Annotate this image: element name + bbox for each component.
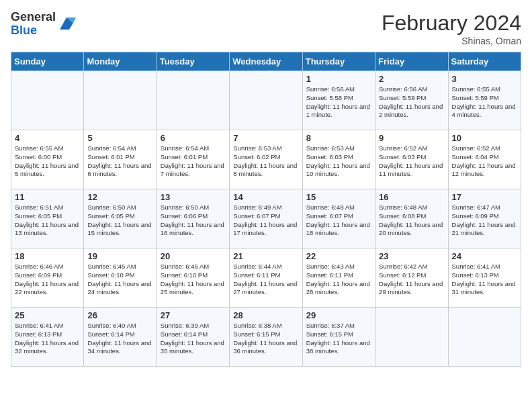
header-tuesday: Tuesday — [157, 52, 229, 71]
day-info: Sunrise: 6:56 AM Sunset: 5:58 PM Dayligh… — [306, 85, 371, 120]
header-saturday: Saturday — [448, 52, 521, 71]
week-row-4: 25Sunrise: 6:41 AM Sunset: 6:13 PM Dayli… — [11, 308, 521, 367]
day-info: Sunrise: 6:50 AM Sunset: 6:06 PM Dayligh… — [161, 203, 226, 238]
day-info: Sunrise: 6:53 AM Sunset: 6:02 PM Dayligh… — [233, 144, 298, 179]
day-info: Sunrise: 6:52 AM Sunset: 6:03 PM Dayligh… — [379, 144, 444, 179]
day-number: 14 — [233, 192, 298, 202]
day-cell: 7Sunrise: 6:53 AM Sunset: 6:02 PM Daylig… — [230, 130, 302, 189]
day-info: Sunrise: 6:54 AM Sunset: 6:01 PM Dayligh… — [161, 144, 226, 179]
header-wednesday: Wednesday — [230, 52, 302, 71]
day-cell: 24Sunrise: 6:41 AM Sunset: 6:13 PM Dayli… — [448, 248, 521, 308]
day-cell — [157, 71, 229, 130]
day-number: 20 — [161, 251, 226, 261]
day-info: Sunrise: 6:38 AM Sunset: 6:15 PM Dayligh… — [233, 322, 298, 356]
day-cell: 18Sunrise: 6:46 AM Sunset: 6:09 PM Dayli… — [11, 248, 84, 308]
day-cell: 26Sunrise: 6:40 AM Sunset: 6:14 PM Dayli… — [84, 308, 157, 367]
day-cell: 6Sunrise: 6:54 AM Sunset: 6:01 PM Daylig… — [157, 130, 229, 189]
day-info: Sunrise: 6:48 AM Sunset: 6:08 PM Dayligh… — [379, 203, 444, 238]
day-number: 6 — [161, 133, 226, 143]
calendar-subtitle: Shinas, Oman — [382, 36, 521, 46]
day-info: Sunrise: 6:51 AM Sunset: 6:05 PM Dayligh… — [15, 203, 80, 238]
day-cell: 11Sunrise: 6:51 AM Sunset: 6:05 PM Dayli… — [11, 189, 84, 248]
day-cell: 25Sunrise: 6:41 AM Sunset: 6:13 PM Dayli… — [11, 308, 84, 367]
day-cell: 1Sunrise: 6:56 AM Sunset: 5:58 PM Daylig… — [302, 71, 375, 130]
day-cell — [11, 71, 84, 130]
day-cell: 27Sunrise: 6:39 AM Sunset: 6:14 PM Dayli… — [157, 308, 229, 367]
day-info: Sunrise: 6:40 AM Sunset: 6:14 PM Dayligh… — [87, 322, 152, 356]
title-block: February 2024 Shinas, Oman — [382, 11, 521, 46]
day-number: 12 — [87, 192, 152, 202]
day-cell — [375, 308, 448, 367]
day-cell: 14Sunrise: 6:49 AM Sunset: 6:07 PM Dayli… — [230, 189, 302, 248]
day-number: 28 — [233, 310, 298, 320]
day-cell: 4Sunrise: 6:55 AM Sunset: 6:00 PM Daylig… — [11, 130, 84, 189]
day-number: 27 — [161, 310, 226, 320]
day-number: 10 — [452, 133, 517, 143]
week-row-2: 11Sunrise: 6:51 AM Sunset: 6:05 PM Dayli… — [11, 189, 521, 248]
day-number: 9 — [379, 133, 444, 143]
header-monday: Monday — [84, 52, 157, 71]
day-number: 3 — [452, 74, 517, 84]
day-number: 25 — [15, 310, 80, 320]
logo-icon — [57, 15, 76, 34]
day-info: Sunrise: 6:55 AM Sunset: 5:59 PM Dayligh… — [452, 85, 517, 120]
day-number: 15 — [306, 192, 371, 202]
day-cell: 20Sunrise: 6:45 AM Sunset: 6:10 PM Dayli… — [157, 248, 229, 308]
day-info: Sunrise: 6:42 AM Sunset: 6:12 PM Dayligh… — [379, 263, 444, 297]
day-cell — [448, 308, 521, 367]
day-cell: 15Sunrise: 6:48 AM Sunset: 6:07 PM Dayli… — [302, 189, 375, 248]
day-info: Sunrise: 6:49 AM Sunset: 6:07 PM Dayligh… — [233, 203, 298, 238]
day-cell: 19Sunrise: 6:45 AM Sunset: 6:10 PM Dayli… — [84, 248, 157, 308]
day-cell: 23Sunrise: 6:42 AM Sunset: 6:12 PM Dayli… — [375, 248, 448, 308]
day-info: Sunrise: 6:55 AM Sunset: 6:00 PM Dayligh… — [15, 144, 80, 179]
day-number: 11 — [15, 192, 80, 202]
week-row-0: 1Sunrise: 6:56 AM Sunset: 5:58 PM Daylig… — [11, 71, 521, 130]
header-row: SundayMondayTuesdayWednesdayThursdayFrid… — [11, 52, 521, 71]
day-number: 18 — [15, 251, 80, 261]
day-cell: 8Sunrise: 6:53 AM Sunset: 6:03 PM Daylig… — [302, 130, 375, 189]
day-number: 16 — [379, 192, 444, 202]
day-info: Sunrise: 6:54 AM Sunset: 6:01 PM Dayligh… — [87, 144, 152, 179]
day-cell: 13Sunrise: 6:50 AM Sunset: 6:06 PM Dayli… — [157, 189, 229, 248]
day-info: Sunrise: 6:37 AM Sunset: 6:15 PM Dayligh… — [306, 322, 371, 356]
day-cell: 12Sunrise: 6:50 AM Sunset: 6:05 PM Dayli… — [84, 189, 157, 248]
day-info: Sunrise: 6:46 AM Sunset: 6:09 PM Dayligh… — [15, 263, 80, 297]
header-thursday: Thursday — [302, 52, 375, 71]
header-sunday: Sunday — [11, 52, 84, 71]
day-info: Sunrise: 6:53 AM Sunset: 6:03 PM Dayligh… — [306, 144, 371, 179]
day-info: Sunrise: 6:52 AM Sunset: 6:04 PM Dayligh… — [452, 144, 517, 179]
day-cell: 5Sunrise: 6:54 AM Sunset: 6:01 PM Daylig… — [84, 130, 157, 189]
day-number: 13 — [161, 192, 226, 202]
day-cell: 21Sunrise: 6:44 AM Sunset: 6:11 PM Dayli… — [230, 248, 302, 308]
day-cell — [230, 71, 302, 130]
day-number: 22 — [306, 251, 371, 261]
day-cell: 10Sunrise: 6:52 AM Sunset: 6:04 PM Dayli… — [448, 130, 521, 189]
day-number: 1 — [306, 74, 371, 84]
day-info: Sunrise: 6:43 AM Sunset: 6:11 PM Dayligh… — [306, 263, 371, 297]
day-info: Sunrise: 6:47 AM Sunset: 6:09 PM Dayligh… — [452, 203, 517, 238]
day-number: 4 — [15, 133, 80, 143]
day-info: Sunrise: 6:45 AM Sunset: 6:10 PM Dayligh… — [161, 263, 226, 297]
week-row-1: 4Sunrise: 6:55 AM Sunset: 6:00 PM Daylig… — [11, 130, 521, 189]
day-number: 26 — [87, 310, 152, 320]
calendar-title: February 2024 — [382, 11, 521, 36]
day-info: Sunrise: 6:39 AM Sunset: 6:14 PM Dayligh… — [161, 322, 226, 356]
day-cell: 16Sunrise: 6:48 AM Sunset: 6:08 PM Dayli… — [375, 189, 448, 248]
day-cell: 17Sunrise: 6:47 AM Sunset: 6:09 PM Dayli… — [448, 189, 521, 248]
page-header: General Blue February 2024 Shinas, Oman — [11, 11, 521, 46]
day-number: 24 — [452, 251, 517, 261]
day-cell: 22Sunrise: 6:43 AM Sunset: 6:11 PM Dayli… — [302, 248, 375, 308]
day-info: Sunrise: 6:56 AM Sunset: 5:59 PM Dayligh… — [379, 85, 444, 120]
day-info: Sunrise: 6:45 AM Sunset: 6:10 PM Dayligh… — [87, 263, 152, 297]
day-info: Sunrise: 6:44 AM Sunset: 6:11 PM Dayligh… — [233, 263, 298, 297]
day-cell: 2Sunrise: 6:56 AM Sunset: 5:59 PM Daylig… — [375, 71, 448, 130]
week-row-3: 18Sunrise: 6:46 AM Sunset: 6:09 PM Dayli… — [11, 248, 521, 308]
header-friday: Friday — [375, 52, 448, 71]
day-info: Sunrise: 6:41 AM Sunset: 6:13 PM Dayligh… — [452, 263, 517, 297]
day-cell: 28Sunrise: 6:38 AM Sunset: 6:15 PM Dayli… — [230, 308, 302, 367]
day-number: 2 — [379, 74, 444, 84]
logo-blue-text: Blue — [11, 24, 37, 37]
day-number: 7 — [233, 133, 298, 143]
day-cell: 9Sunrise: 6:52 AM Sunset: 6:03 PM Daylig… — [375, 130, 448, 189]
day-number: 29 — [306, 310, 371, 320]
